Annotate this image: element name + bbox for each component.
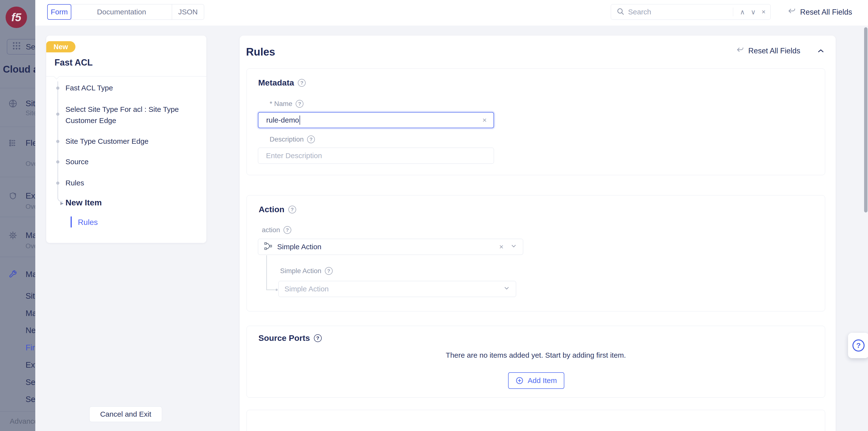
clear-action-icon[interactable]: × [499,243,503,251]
nav-divider [0,257,35,257]
clear-name-icon[interactable]: × [482,116,487,124]
nested-connector-dot [276,289,278,291]
tab-json[interactable]: JSON [172,4,204,20]
stepper-divider-notch [54,73,59,79]
empty-list-message: There are no items added yet. Start by a… [247,351,825,360]
help-icon[interactable]: ? [298,79,306,87]
tab-form[interactable]: Form [47,4,71,20]
description-label-text: Description [270,136,304,143]
metadata-heading: Metadata ? [258,78,306,87]
scrollbar-thumb[interactable] [864,27,868,212]
cancel-and-exit-button[interactable]: Cancel and Exit [89,406,162,422]
metadata-heading-text: Metadata [258,78,294,87]
action-heading-text: Action [259,205,284,214]
action-select[interactable]: Simple Action × [258,239,523,255]
action-select-value: Simple Action [277,243,321,251]
help-icon[interactable]: ? [288,206,296,213]
app-root: Form Documentation JSON ∧ ∨ × Reset All … [0,0,868,431]
wizard-title: Fast ACL [55,57,93,68]
nav-subitem-site-management[interactable]: Site M [26,109,35,117]
step-site-type-customer-edge[interactable]: Site Type Customer Edge [65,137,149,145]
simple-action-placeholder: Simple Action [284,285,329,293]
arrow-right-icon: ▸ [60,199,63,207]
simple-action-select[interactable]: Simple Action [278,281,516,297]
search-input[interactable] [628,8,729,16]
step-new-item-rules-active[interactable]: Rules [78,218,98,227]
help-icon[interactable]: ? [314,334,322,342]
step-fast-acl-type[interactable]: Fast ACL Type [65,84,113,92]
plus-circle-icon [516,376,524,385]
collapse-section-icon[interactable] [817,47,825,56]
description-input[interactable]: Enter Description [258,148,494,164]
nav-item-fleet[interactable]: Flee [26,138,35,148]
nav-item-sites[interactable]: Sites [26,99,35,108]
select-service-button[interactable]: Sele [7,39,35,55]
nav-divider [0,88,35,88]
active-step-bar [70,217,72,228]
help-icon[interactable]: ? [283,226,291,234]
nav-subitem-overview-manage[interactable]: Overv [26,242,35,250]
step-dot [56,113,59,116]
new-badge: New [46,41,75,52]
nav-subitem-services[interactable]: Servi [26,395,35,404]
reset-all-fields-section[interactable]: Reset All Fields [736,46,800,56]
chevron-down-icon [503,285,510,293]
tab-documentation[interactable]: Documentation [71,4,172,20]
nav-item-manage-wrench[interactable]: Man [26,269,35,279]
action-card: Action ? action ? Simple Action × [247,195,825,311]
add-item-button[interactable]: Add Item [508,372,564,389]
nav-subitem-management[interactable]: Mana [26,309,35,318]
action-label-text: action [262,226,280,234]
step-new-item[interactable]: New Item [65,198,102,207]
help-icon[interactable]: ? [307,136,315,143]
nav-subitem-secrets[interactable]: Secre [26,378,35,387]
select-service-label: Sele [26,42,35,51]
chevron-down-icon [510,243,517,251]
search-next-icon[interactable]: ∨ [748,8,759,16]
step-dot [56,181,59,185]
description-field-label: Description ? [270,136,315,143]
wizard-stepper-panel: New Fast ACL Fast ACL Type Select Site T… [46,35,206,243]
nav-item-manage-helm[interactable]: Man [26,230,35,240]
nav-subitem-networking[interactable]: Netw [26,326,35,335]
name-label-text: * Name [270,100,292,108]
nav-advanced-label[interactable]: Advanced [10,417,35,425]
nav-subitem-firewall-active[interactable]: Firew [26,343,35,352]
nav-divider [0,177,35,177]
search-divider [733,7,733,16]
name-input[interactable]: rule-demo × [258,112,494,128]
source-ports-heading: Source Ports ? [258,333,322,343]
globe-icon [8,99,18,108]
left-nav-dimmed: f5 Sele Cloud a Sites Site M [0,0,35,431]
stepper-timeline [57,81,58,196]
nav-subitem-site[interactable]: Site I [26,291,35,300]
reset-all-fields-top[interactable]: Reset All Fields [787,5,852,19]
add-item-label: Add Item [528,376,557,385]
simple-action-field-label: Simple Action ? [280,267,333,275]
help-icon[interactable]: ? [296,100,304,108]
step-select-site-type[interactable]: Select Site Type For acl : Site Type Cus… [65,104,192,126]
view-tabs: Form Documentation JSON [47,4,204,20]
nav-divider [0,411,35,412]
name-input-value: rule-demo [266,116,299,124]
search-prev-icon[interactable]: ∧ [737,8,748,16]
help-button[interactable]: ? [848,333,868,358]
search-clear-icon[interactable]: × [759,8,769,16]
text-cursor [300,115,300,125]
f5-logo: f5 [6,7,27,28]
step-source[interactable]: Source [65,157,89,166]
search-icon [616,7,625,17]
nav-item-external[interactable]: Exte [26,191,35,201]
grid-icon [12,41,22,53]
wrench-icon [8,270,18,279]
help-icon[interactable]: ? [325,267,333,275]
step-dot [56,160,59,164]
stepper-divider [46,76,206,77]
nav-subitem-overview-fleet[interactable]: Over [26,160,35,168]
shuffle-icon [264,242,272,252]
nav-subitem-overview-external[interactable]: Overv [26,203,35,210]
nav-subitem-external[interactable]: Exter [26,360,35,370]
step-rules[interactable]: Rules [65,179,84,187]
step-dot [56,140,59,143]
search-box: ∧ ∨ × [611,4,771,20]
